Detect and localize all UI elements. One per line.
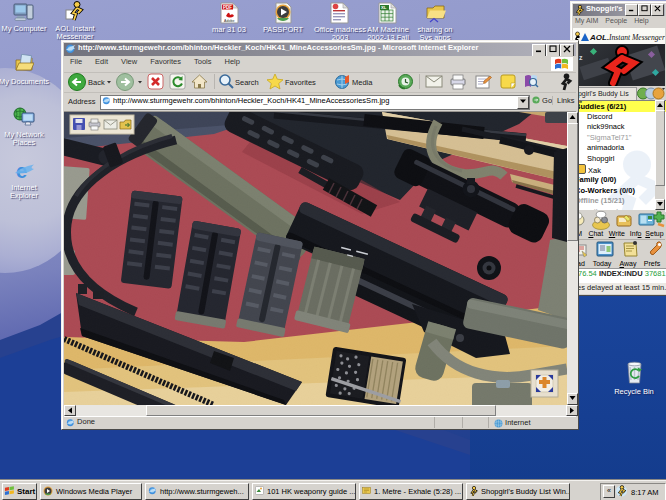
- svg-text:Adobe: Adobe: [224, 19, 234, 23]
- svg-text:Instant Messenger™: Instant Messenger™: [608, 33, 665, 42]
- svg-text:Media: Media: [352, 78, 373, 87]
- svg-text:XL: XL: [381, 5, 387, 10]
- svg-text:Back: Back: [88, 78, 105, 87]
- svg-text:PDF: PDF: [223, 5, 232, 10]
- svg-text:AOL.: AOL.: [589, 33, 609, 42]
- svg-text:Favorites: Favorites: [285, 78, 316, 87]
- svg-text:Search: Search: [235, 78, 259, 87]
